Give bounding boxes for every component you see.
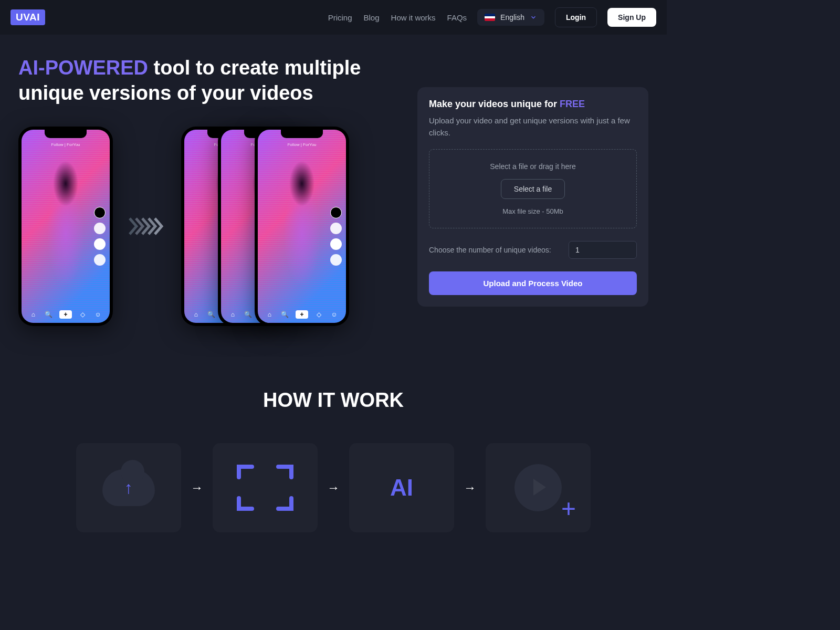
step-ai: AI xyxy=(349,443,454,532)
language-label: English xyxy=(500,13,524,22)
home-icon: ⌂ xyxy=(29,310,37,319)
phone-bottom-nav: ⌂ 🔍 + ◇ ☺ xyxy=(22,310,110,319)
inbox-icon: ◇ xyxy=(79,310,87,319)
ai-text-icon: AI xyxy=(390,475,413,501)
nav-blog[interactable]: Blog xyxy=(364,13,380,22)
phone-tabs: Follow | ForYou xyxy=(22,142,110,147)
avatar-icon xyxy=(94,207,106,218)
upload-title-prefix: Make your videos unique for xyxy=(429,99,560,109)
upload-process-button[interactable]: Upload and Process Video xyxy=(429,271,637,295)
header: UVAI Pricing Blog How it works FAQs Engl… xyxy=(0,0,667,35)
count-label: Choose the number of unique videos: xyxy=(429,246,551,254)
hero-title: AI-POWERED tool to create multiple uniqu… xyxy=(18,56,386,106)
logo[interactable]: UVAI xyxy=(10,9,45,25)
main-nav: Pricing Blog How it works FAQs English L… xyxy=(328,7,656,27)
arrow-right-icon: → xyxy=(327,480,340,495)
upload-subtitle: Upload your video and get unique version… xyxy=(429,115,637,139)
phones-illustration: Follow | ForYou ⌂ 🔍 + ◇ ☺ xyxy=(18,127,391,326)
nav-how-it-works[interactable]: How it works xyxy=(391,13,436,22)
profile-icon: ☺ xyxy=(94,310,102,319)
nav-pricing[interactable]: Pricing xyxy=(328,13,352,22)
arrow-right-icon: → xyxy=(464,480,476,495)
uk-flag-icon xyxy=(485,14,495,21)
result-phones: Follow | ForYou⌂🔍+◇☺ Follow | ForYou⌂🔍+◇… xyxy=(181,127,344,326)
count-input[interactable] xyxy=(569,241,637,259)
how-title: HOW IT WORK xyxy=(18,389,648,412)
how-it-works-section: HOW IT WORK ↑ → → AI → + xyxy=(0,358,667,553)
hero-title-accent: AI-POWERED xyxy=(18,57,148,79)
phone-screen: Follow | ForYou ⌂ 🔍 + ◇ ☺ xyxy=(22,130,110,323)
dropzone-text: Select a file or drag it here xyxy=(442,162,624,171)
result-phone-3: Follow | ForYou⌂🔍+◇☺ xyxy=(255,127,349,326)
max-file-size-text: Max file size - 50Mb xyxy=(442,207,624,215)
arrow-up-icon: ↑ xyxy=(124,478,133,498)
step-crop xyxy=(213,443,318,532)
plus-icon: + xyxy=(59,310,72,319)
nav-links: Pricing Blog How it works FAQs xyxy=(328,13,467,22)
upload-card: Make your videos unique for FREE Upload … xyxy=(417,87,648,307)
chevrons-right-icon xyxy=(129,216,165,237)
source-phone: Follow | ForYou ⌂ 🔍 + ◇ ☺ xyxy=(18,127,113,326)
plus-overlay-icon: + xyxy=(561,494,576,523)
arrow-right-icon: → xyxy=(191,480,203,495)
chevron-down-icon xyxy=(530,14,537,21)
nav-faqs[interactable]: FAQs xyxy=(447,13,467,22)
crop-frame-icon xyxy=(236,464,294,511)
cloud-upload-icon: ↑ xyxy=(102,469,155,506)
signup-button[interactable]: Sign Up xyxy=(607,8,656,27)
step-upload: ↑ xyxy=(76,443,181,532)
search-icon: 🔍 xyxy=(44,310,52,319)
steps-row: ↑ → → AI → + xyxy=(18,443,648,532)
comment-icon xyxy=(94,254,106,266)
upload-title: Make your videos unique for FREE xyxy=(429,99,637,110)
hero-section: AI-POWERED tool to create multiple uniqu… xyxy=(0,35,667,358)
select-file-button[interactable]: Select a file xyxy=(501,179,565,199)
file-dropzone[interactable]: Select a file or drag it here Select a f… xyxy=(429,149,637,228)
hero-left: AI-POWERED tool to create multiple uniqu… xyxy=(18,56,391,326)
count-row: Choose the number of unique videos: xyxy=(429,241,637,259)
step-output: + xyxy=(486,443,591,532)
play-circle-icon xyxy=(514,464,562,511)
heart-icon xyxy=(94,238,106,250)
upload-title-free: FREE xyxy=(560,99,585,109)
phone-side-actions xyxy=(94,207,106,266)
login-button[interactable]: Login xyxy=(555,7,597,27)
share-icon xyxy=(94,223,106,234)
language-select[interactable]: English xyxy=(477,9,544,26)
